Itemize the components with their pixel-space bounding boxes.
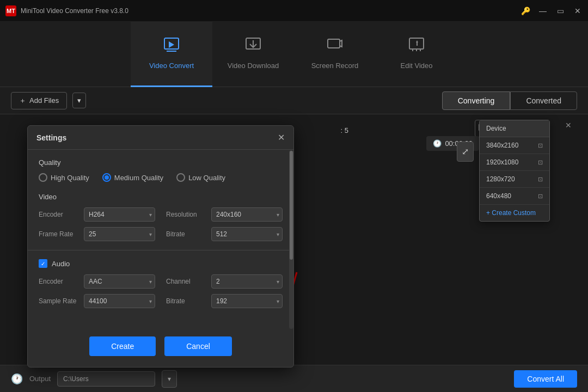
nav-tab-edit-video[interactable]: Edit Video [376,22,457,87]
bitrate-select[interactable]: 256 512 1024 2048 [211,227,283,241]
nav-tab-screen-record[interactable]: Screen Record [294,22,376,87]
dialog-buttons: Create Cancel [28,336,293,356]
title-controls: 🔑 — ▭ ✕ [521,7,583,15]
restore-button[interactable]: ▭ [555,7,565,15]
tab-group: Converting Converted [442,91,577,110]
resolution-item-1080p[interactable]: 1920x1080 ⊡ [480,154,549,171]
quality-medium-dot [105,175,109,180]
converted-tab[interactable]: Converted [510,91,577,110]
audio-encoder-select[interactable]: AAC MP3 OGG [84,274,155,289]
minimize-button[interactable]: — [538,7,548,15]
sample-rate-select[interactable]: 8000 22050 44100 48000 [84,294,155,308]
resolution-dropdown: Device 3840x2160 ⊡ 1920x1080 ⊡ 1280x720 … [479,120,550,222]
nav-tab-video-download[interactable]: Video Download [212,22,294,87]
video-download-icon [245,37,261,56]
encoder-row: Encoder H264 H265 VP9 ▾ [39,207,155,222]
add-files-dropdown-button[interactable]: ▾ [72,93,86,108]
quality-medium-option[interactable]: Medium Quality [102,173,163,182]
clock-icon: 🕐 [11,373,23,385]
audio-encoder-row: Encoder AAC MP3 OGG ▾ [39,274,155,289]
resolution-4k-edit-icon[interactable]: ⊡ [538,142,543,149]
quality-high-radio[interactable] [39,173,47,182]
sample-rate-select-wrapper: 8000 22050 44100 48000 ▾ [84,294,155,308]
resolution-480p-label: 640x480 [486,192,511,200]
bg-counter: : 5 [341,126,348,134]
settings-dialog: Settings ✕ Quality High Quality Medium Q… [27,125,294,367]
main-content: : 5 ✕ 🕐 00:00:20 ⤢ Device 3840x2160 ⊡ 19… [0,114,588,365]
resolution-select[interactable]: 240x160 640x480 1280x720 1920x1080 [211,207,283,222]
resolution-row: Resolution 240x160 640x480 1280x720 1920… [166,207,283,222]
resolution-720p-edit-icon[interactable]: ⊡ [538,176,543,183]
quality-medium-label: Medium Quality [114,174,163,182]
resolution-item-480p[interactable]: 640x480 ⊡ [480,188,549,205]
output-browse-button[interactable]: ▾ [162,370,177,388]
dialog-scrollbar-thumb[interactable] [290,151,293,260]
bottom-bar: 🕐 Output ▾ Convert All [0,365,588,392]
encoder-select-wrapper: H264 H265 VP9 ▾ [84,207,155,222]
move-cursor-icon[interactable]: ⤢ [457,142,474,162]
app-title: MiniTool Video Converter Free v3.8.0 [21,7,128,15]
encoder-select[interactable]: H264 H265 VP9 [84,207,155,222]
bitrate-row: Bitrate 256 512 1024 2048 ▾ [166,227,283,241]
create-custom-button[interactable]: + Create Custom [480,205,549,221]
sample-rate-row: Sample Rate 8000 22050 44100 48000 ▾ [39,294,155,308]
time-clock-icon: 🕐 [433,139,442,148]
edit-video-label: Edit Video [400,62,432,70]
channel-select[interactable]: 1 2 [211,274,283,289]
video-form-grid: Encoder H264 H265 VP9 ▾ Resolution [39,207,283,241]
audio-checkbox-row: ✓ Audio [39,259,283,268]
audio-encoder-label: Encoder [39,278,79,285]
resolution-item-720p[interactable]: 1280x720 ⊡ [480,171,549,188]
edit-video-icon [408,37,425,56]
add-files-label: Add Files [29,96,59,105]
close-button[interactable]: ✕ [573,7,583,15]
channel-row: Channel 1 2 ▾ [166,274,283,289]
dialog-scrollbar[interactable] [289,150,293,329]
audio-bitrate-select-wrapper: 64 128 192 256 ▾ [211,294,283,308]
audio-bitrate-row: Bitrate 64 128 192 256 ▾ [166,294,283,308]
encoder-label: Encoder [39,211,79,218]
dialog-title: Settings [36,133,66,142]
quality-high-option[interactable]: High Quality [39,173,89,182]
screen-record-icon [327,37,343,56]
channel-label: Channel [166,278,207,285]
resolution-1080p-edit-icon[interactable]: ⊡ [538,159,543,166]
nav-tab-video-convert[interactable]: Video Convert [131,22,212,87]
quality-high-label: High Quality [51,174,89,182]
dialog-close-button[interactable]: ✕ [278,132,285,143]
resolution-select-wrapper: 240x160 640x480 1280x720 1920x1080 ▾ [211,207,283,222]
resolution-4k-label: 3840x2160 [486,142,518,149]
title-bar: MT MiniTool Video Converter Free v3.8.0 … [0,0,588,22]
output-path-input[interactable] [57,371,155,387]
quality-low-label: Low Quality [188,174,225,182]
audio-encoder-select-wrapper: AAC MP3 OGG ▾ [84,274,155,289]
add-icon: ＋ [19,96,26,106]
resolution-480p-edit-icon[interactable]: ⊡ [538,193,543,200]
frame-rate-select[interactable]: 15 24 25 30 60 [84,227,155,241]
frame-rate-row: Frame Rate 15 24 25 30 60 ▾ [39,227,155,241]
quality-radio-group: High Quality Medium Quality Low Quality [39,173,283,182]
cancel-button[interactable]: Cancel [164,336,232,356]
quality-low-radio[interactable] [176,173,185,182]
audio-checkbox[interactable]: ✓ [39,259,47,268]
converting-tab[interactable]: Converting [442,91,511,110]
channel-select-wrapper: 1 2 ▾ [211,274,283,289]
bg-close-button[interactable]: ✕ [565,121,572,130]
resolution-item-4k[interactable]: 3840x2160 ⊡ [480,137,549,154]
bitrate-select-wrapper: 256 512 1024 2048 ▾ [211,227,283,241]
convert-all-button[interactable]: Convert All [514,370,577,388]
resolution-label: Resolution [166,211,207,218]
quality-section-label: Quality [39,158,283,167]
video-convert-icon [163,37,180,56]
dialog-body: Quality High Quality Medium Quality Low … [28,150,293,326]
dialog-separator [28,250,293,250]
add-files-button[interactable]: ＋ Add Files [11,92,67,109]
bitrate-label: Bitrate [166,230,207,238]
quality-medium-radio[interactable] [102,173,111,182]
audio-bitrate-select[interactable]: 64 128 192 256 [211,294,283,308]
frame-rate-label: Frame Rate [39,230,79,238]
resolution-dropdown-header: Device [480,120,549,137]
create-button[interactable]: Create [89,336,156,356]
nav-bar: Video Convert Video Download Screen Reco… [0,22,588,87]
quality-low-option[interactable]: Low Quality [176,173,225,182]
